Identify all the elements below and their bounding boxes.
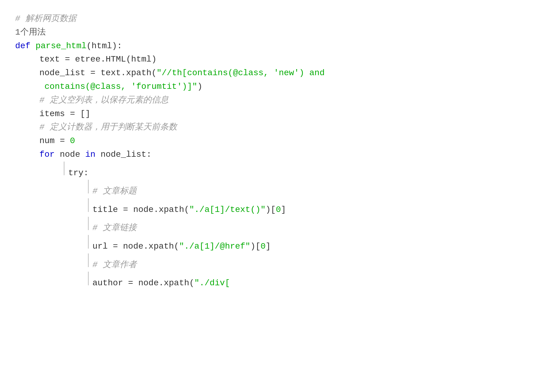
code-items: items = [] bbox=[39, 107, 90, 121]
line-node-list-2: contains(@class, 'forumtit')]") bbox=[15, 80, 520, 94]
code-url-idx: 0 bbox=[261, 240, 266, 253]
code-for-node: node bbox=[60, 148, 85, 162]
code-try: try: bbox=[68, 166, 89, 180]
line-def: def parse_html(html): bbox=[15, 39, 520, 53]
code-url-xpath: "./a[1]/@href" bbox=[179, 240, 250, 253]
keyword-def: def bbox=[15, 39, 35, 53]
indent-bar-try bbox=[64, 162, 65, 175]
line-items: items = [] bbox=[15, 107, 520, 121]
code-title-xpath: "./a[1]/text()" bbox=[189, 203, 266, 217]
comment-text: # 解析网页数据 bbox=[15, 12, 76, 26]
line-comment-3: # 定义计数器，用于判断某天前条数 bbox=[15, 121, 520, 134]
indent-bar-6 bbox=[88, 272, 89, 285]
indent-bar-5 bbox=[88, 253, 89, 267]
line-try: try: bbox=[15, 162, 520, 180]
line-comment-title: # 文章标题 bbox=[15, 180, 520, 198]
code-url-idx-open: )[ bbox=[250, 240, 261, 253]
line-node-list-1: node_list = text.xpath("//th[contains(@c… bbox=[15, 66, 520, 80]
code-url-idx-close: ] bbox=[266, 240, 271, 253]
code-title-idx: 0 bbox=[276, 203, 281, 217]
code-xpath-close: ) bbox=[197, 80, 202, 94]
line-comment-2: # 定义空列表，以保存元素的信息 bbox=[15, 94, 520, 107]
comment-author: # 文章作者 bbox=[92, 258, 137, 272]
line-author: author = node.xpath("./div[ bbox=[15, 272, 520, 290]
line-text-assign: text = etree.HTML(html) bbox=[15, 53, 520, 66]
code-xpath-string-1: "//th[contains(@class, 'new') and bbox=[156, 66, 325, 80]
comment-url: # 文章链接 bbox=[92, 221, 137, 235]
code-title-prefix: title = node.xpath( bbox=[92, 203, 189, 217]
line-title: title = node.xpath("./a[1]/text()")[0] bbox=[15, 198, 520, 217]
line-comment-author: # 文章作者 bbox=[15, 253, 520, 272]
code-xpath-string-2: contains(@class, 'forumtit')]" bbox=[39, 80, 197, 94]
code-title-idx-close: ] bbox=[281, 203, 286, 217]
line-comment-url: # 文章链接 bbox=[15, 217, 520, 235]
line-num: num = 0 bbox=[15, 134, 520, 148]
code-node-list-prefix: node_list = text.xpath( bbox=[39, 66, 156, 80]
code-author-xpath: "./div[ bbox=[194, 276, 230, 290]
function-name: parse_html bbox=[35, 39, 86, 53]
comment-title: # 文章标题 bbox=[92, 185, 137, 198]
usage-count: 1个用法 bbox=[15, 26, 46, 39]
indent-bar-3 bbox=[88, 217, 89, 230]
code-block: # 解析网页数据 1个用法 def parse_html(html): text… bbox=[15, 12, 520, 290]
code-num-prefix: num = bbox=[39, 134, 70, 148]
line-for: for node in node_list: bbox=[15, 148, 520, 162]
plain-params: (html): bbox=[86, 39, 122, 53]
code-num-value: 0 bbox=[70, 134, 75, 148]
code-text-assign: text = etree.HTML(html) bbox=[39, 53, 156, 66]
comment-num: # 定义计数器，用于判断某天前条数 bbox=[39, 121, 177, 134]
indent-bar-1 bbox=[88, 180, 89, 193]
line-comment-1: # 解析网页数据 bbox=[15, 12, 520, 26]
comment-items: # 定义空列表，以保存元素的信息 bbox=[39, 94, 169, 107]
code-for-nodelist: node_list: bbox=[101, 148, 152, 162]
line-usage: 1个用法 bbox=[15, 26, 520, 39]
indent-bar-2 bbox=[88, 198, 89, 212]
indent-bar-4 bbox=[88, 235, 89, 249]
keyword-in: in bbox=[85, 148, 100, 162]
code-url-prefix: url = node.xpath( bbox=[92, 240, 179, 253]
code-title-idx-open: )[ bbox=[266, 203, 276, 217]
keyword-for: for bbox=[39, 148, 60, 162]
code-author-prefix: author = node.xpath( bbox=[92, 276, 194, 290]
line-url: url = node.xpath("./a[1]/@href")[0] bbox=[15, 235, 520, 253]
